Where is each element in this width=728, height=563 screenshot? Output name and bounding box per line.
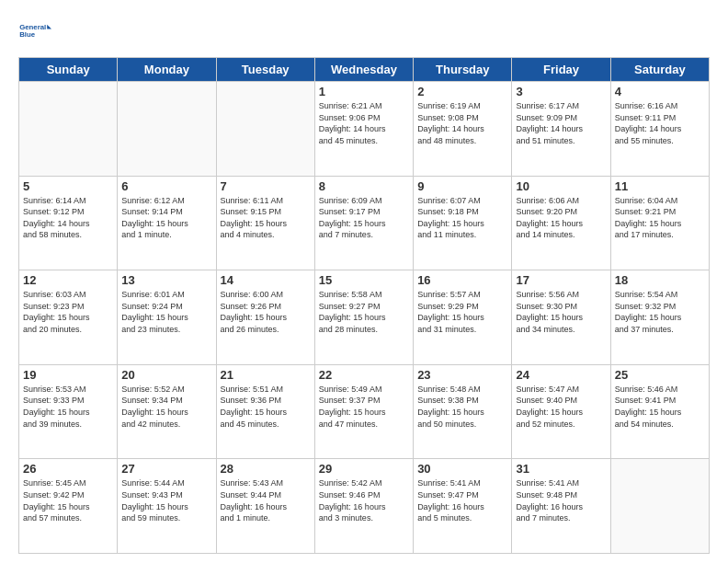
calendar-cell: 3Sunrise: 6:17 AM Sunset: 9:09 PM Daylig… <box>512 82 610 177</box>
day-info: Sunrise: 5:51 AM Sunset: 9:36 PM Dayligh… <box>221 384 311 430</box>
calendar-cell: 16Sunrise: 5:57 AM Sunset: 9:29 PM Dayli… <box>414 270 512 365</box>
day-info: Sunrise: 6:01 AM Sunset: 9:24 PM Dayligh… <box>121 289 211 335</box>
calendar-header-row: SundayMondayTuesdayWednesdayThursdayFrid… <box>19 58 710 82</box>
day-info: Sunrise: 5:42 AM Sunset: 9:46 PM Dayligh… <box>319 477 409 523</box>
day-info: Sunrise: 5:57 AM Sunset: 9:29 PM Dayligh… <box>417 289 507 335</box>
calendar-cell: 22Sunrise: 5:49 AM Sunset: 9:37 PM Dayli… <box>314 364 413 459</box>
day-number: 21 <box>221 368 311 382</box>
calendar-cell: 12Sunrise: 6:03 AM Sunset: 9:23 PM Dayli… <box>19 270 118 365</box>
day-number: 19 <box>23 368 113 382</box>
day-number: 2 <box>417 85 507 98</box>
day-info: Sunrise: 6:21 AM Sunset: 9:06 PM Dayligh… <box>319 100 409 146</box>
calendar-header-thursday: Thursday <box>414 58 512 82</box>
calendar-cell <box>118 82 216 177</box>
calendar-cell: 6Sunrise: 6:12 AM Sunset: 9:14 PM Daylig… <box>118 176 216 270</box>
calendar-week-row-2: 5Sunrise: 6:14 AM Sunset: 9:12 PM Daylig… <box>19 176 710 270</box>
day-info: Sunrise: 5:44 AM Sunset: 9:43 PM Dayligh… <box>121 477 211 523</box>
day-number: 20 <box>121 368 211 382</box>
calendar-week-row-4: 19Sunrise: 5:53 AM Sunset: 9:33 PM Dayli… <box>19 364 710 459</box>
calendar-cell: 28Sunrise: 5:43 AM Sunset: 9:44 PM Dayli… <box>216 459 314 554</box>
calendar-cell <box>19 82 118 177</box>
day-info: Sunrise: 5:52 AM Sunset: 9:34 PM Dayligh… <box>121 384 211 430</box>
calendar-cell: 26Sunrise: 5:45 AM Sunset: 9:42 PM Dayli… <box>19 459 118 554</box>
day-number: 26 <box>23 462 113 476</box>
calendar-header-wednesday: Wednesday <box>314 58 413 82</box>
day-number: 7 <box>221 179 311 193</box>
calendar-cell: 25Sunrise: 5:46 AM Sunset: 9:41 PM Dayli… <box>610 364 709 459</box>
calendar-cell: 23Sunrise: 5:48 AM Sunset: 9:38 PM Dayli… <box>414 364 512 459</box>
calendar-cell: 14Sunrise: 6:00 AM Sunset: 9:26 PM Dayli… <box>216 270 314 365</box>
day-info: Sunrise: 5:45 AM Sunset: 9:42 PM Dayligh… <box>23 477 113 523</box>
day-info: Sunrise: 5:53 AM Sunset: 9:33 PM Dayligh… <box>23 384 113 430</box>
calendar-cell: 18Sunrise: 5:54 AM Sunset: 9:32 PM Dayli… <box>610 270 709 365</box>
calendar-cell: 30Sunrise: 5:41 AM Sunset: 9:47 PM Dayli… <box>414 459 512 554</box>
calendar-week-row-1: 1Sunrise: 6:21 AM Sunset: 9:06 PM Daylig… <box>19 82 710 177</box>
svg-text:Blue: Blue <box>19 30 36 39</box>
calendar-week-row-5: 26Sunrise: 5:45 AM Sunset: 9:42 PM Dayli… <box>19 459 710 554</box>
calendar: SundayMondayTuesdayWednesdayThursdayFrid… <box>18 57 710 554</box>
logo: General Blue <box>18 15 51 48</box>
day-number: 27 <box>121 462 211 476</box>
calendar-cell: 15Sunrise: 5:58 AM Sunset: 9:27 PM Dayli… <box>314 270 413 365</box>
day-info: Sunrise: 6:17 AM Sunset: 9:09 PM Dayligh… <box>516 100 606 146</box>
day-info: Sunrise: 6:11 AM Sunset: 9:15 PM Dayligh… <box>221 195 311 241</box>
calendar-cell: 2Sunrise: 6:19 AM Sunset: 9:08 PM Daylig… <box>414 82 512 177</box>
day-number: 17 <box>516 273 606 287</box>
day-number: 3 <box>516 85 606 98</box>
day-number: 16 <box>417 273 507 287</box>
calendar-cell: 21Sunrise: 5:51 AM Sunset: 9:36 PM Dayli… <box>216 364 314 459</box>
calendar-week-row-3: 12Sunrise: 6:03 AM Sunset: 9:23 PM Dayli… <box>19 270 710 365</box>
day-info: Sunrise: 6:07 AM Sunset: 9:18 PM Dayligh… <box>417 195 507 241</box>
day-info: Sunrise: 6:09 AM Sunset: 9:17 PM Dayligh… <box>319 195 409 241</box>
day-info: Sunrise: 5:49 AM Sunset: 9:37 PM Dayligh… <box>319 384 409 430</box>
day-number: 24 <box>516 368 606 382</box>
day-info: Sunrise: 5:58 AM Sunset: 9:27 PM Dayligh… <box>319 289 409 335</box>
day-number: 4 <box>615 85 705 98</box>
calendar-cell: 1Sunrise: 6:21 AM Sunset: 9:06 PM Daylig… <box>314 82 413 177</box>
day-info: Sunrise: 6:14 AM Sunset: 9:12 PM Dayligh… <box>23 195 113 241</box>
day-number: 14 <box>221 273 311 287</box>
day-info: Sunrise: 5:46 AM Sunset: 9:41 PM Dayligh… <box>615 384 705 430</box>
day-number: 8 <box>319 179 409 193</box>
calendar-cell: 4Sunrise: 6:16 AM Sunset: 9:11 PM Daylig… <box>610 82 709 177</box>
day-number: 11 <box>615 179 705 193</box>
day-number: 31 <box>516 462 606 476</box>
calendar-cell: 19Sunrise: 5:53 AM Sunset: 9:33 PM Dayli… <box>19 364 118 459</box>
calendar-cell: 24Sunrise: 5:47 AM Sunset: 9:40 PM Dayli… <box>512 364 610 459</box>
day-info: Sunrise: 6:19 AM Sunset: 9:08 PM Dayligh… <box>417 100 507 146</box>
calendar-header-tuesday: Tuesday <box>216 58 314 82</box>
calendar-cell <box>216 82 314 177</box>
day-number: 1 <box>319 85 409 98</box>
header: General Blue <box>18 15 710 48</box>
day-number: 5 <box>23 179 113 193</box>
calendar-cell <box>610 459 709 554</box>
calendar-cell: 29Sunrise: 5:42 AM Sunset: 9:46 PM Dayli… <box>314 459 413 554</box>
day-number: 6 <box>121 179 211 193</box>
day-number: 15 <box>319 273 409 287</box>
day-info: Sunrise: 5:56 AM Sunset: 9:30 PM Dayligh… <box>516 289 606 335</box>
day-info: Sunrise: 6:06 AM Sunset: 9:20 PM Dayligh… <box>516 195 606 241</box>
day-info: Sunrise: 5:41 AM Sunset: 9:47 PM Dayligh… <box>417 477 507 523</box>
day-number: 10 <box>516 179 606 193</box>
calendar-cell: 31Sunrise: 5:41 AM Sunset: 9:48 PM Dayli… <box>512 459 610 554</box>
day-info: Sunrise: 5:43 AM Sunset: 9:44 PM Dayligh… <box>221 477 311 523</box>
calendar-cell: 5Sunrise: 6:14 AM Sunset: 9:12 PM Daylig… <box>19 176 118 270</box>
day-info: Sunrise: 6:04 AM Sunset: 9:21 PM Dayligh… <box>615 195 705 241</box>
day-number: 9 <box>417 179 507 193</box>
calendar-cell: 11Sunrise: 6:04 AM Sunset: 9:21 PM Dayli… <box>610 176 709 270</box>
day-number: 30 <box>417 462 507 476</box>
day-number: 29 <box>319 462 409 476</box>
calendar-cell: 13Sunrise: 6:01 AM Sunset: 9:24 PM Dayli… <box>118 270 216 365</box>
day-info: Sunrise: 6:12 AM Sunset: 9:14 PM Dayligh… <box>121 195 211 241</box>
day-info: Sunrise: 5:47 AM Sunset: 9:40 PM Dayligh… <box>516 384 606 430</box>
day-number: 18 <box>615 273 705 287</box>
calendar-cell: 27Sunrise: 5:44 AM Sunset: 9:43 PM Dayli… <box>118 459 216 554</box>
general-blue-logo-icon: General Blue <box>18 15 51 48</box>
calendar-header-saturday: Saturday <box>610 58 709 82</box>
calendar-cell: 8Sunrise: 6:09 AM Sunset: 9:17 PM Daylig… <box>314 176 413 270</box>
day-number: 23 <box>417 368 507 382</box>
calendar-header-friday: Friday <box>512 58 610 82</box>
day-number: 22 <box>319 368 409 382</box>
day-number: 25 <box>615 368 705 382</box>
calendar-header-sunday: Sunday <box>19 58 118 82</box>
